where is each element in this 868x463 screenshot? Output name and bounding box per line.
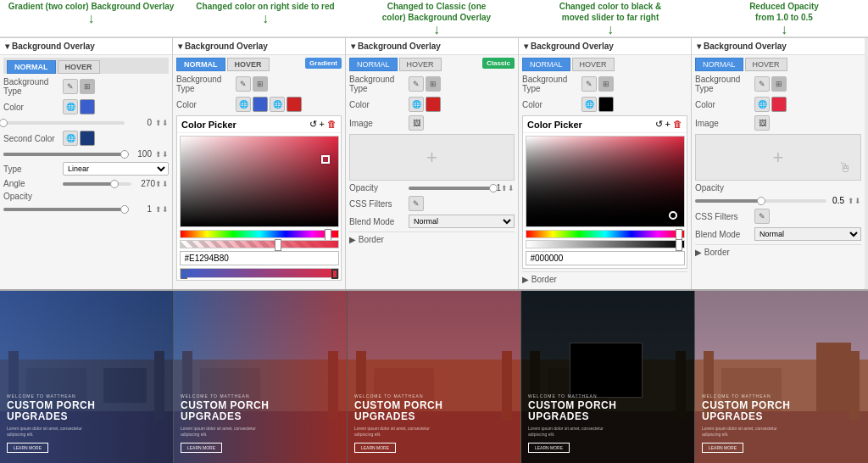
tab-hover-5[interactable]: HOVER <box>745 58 787 71</box>
image-icon-5[interactable]: 🖼 <box>754 115 770 131</box>
cp-actions-2: ↺ + 🗑 <box>309 119 337 130</box>
panel-3-content: NORMAL HOVER Classic Background Type ✎ ⊞… <box>346 55 518 249</box>
alpha-bar-4[interactable] <box>526 240 685 248</box>
tab-normal-4[interactable]: NORMAL <box>522 58 570 71</box>
bg-type-icon-2[interactable]: ⊞ <box>80 79 95 94</box>
tab-normal-1[interactable]: NORMAL <box>7 60 56 74</box>
opacity-track-1[interactable] <box>3 208 125 211</box>
color-globe-2b[interactable]: 🌐 <box>270 97 285 112</box>
border-section-3[interactable]: ▶ Border <box>349 232 515 247</box>
cta-btn-5[interactable]: LEARN MORE <box>702 443 743 453</box>
image-placeholder-3[interactable]: + <box>349 134 515 181</box>
cp-refresh-4[interactable]: ↺ <box>655 119 663 130</box>
collapse-icon-2[interactable]: ▾ <box>178 42 182 51</box>
body-4: Lorem ipsum dolor sit amet, consectetur … <box>528 426 604 438</box>
location-track-1[interactable] <box>3 121 125 125</box>
cp-delete-4[interactable]: 🗑 <box>673 119 682 130</box>
opacity-row-5: Opacity <box>695 183 861 192</box>
color-globe-1[interactable]: 🌐 <box>63 99 78 114</box>
bg-pen-5[interactable]: ✎ <box>754 76 770 92</box>
hue-bar-2[interactable] <box>180 230 339 238</box>
second-color-swatch-1[interactable] <box>80 131 95 146</box>
color-picker-title-4: Color Picker <box>527 120 582 130</box>
main-container: Gradient (two color) Background Overlay … <box>0 0 868 463</box>
second-color-row-1: Second Color 🌐 <box>3 131 169 146</box>
bg-type-row-1: Background Type ✎ ⊞ <box>3 77 169 96</box>
bg-type-pen-2[interactable]: ✎ <box>236 76 251 92</box>
tab-normal-5[interactable]: NORMAL <box>695 58 743 71</box>
opacity-slider-1: 1 ⬆⬇ <box>3 204 169 214</box>
angle-value-1: 270 <box>131 179 155 188</box>
css-filters-icon-5[interactable]: ✎ <box>754 209 770 224</box>
bg-type-icon-1[interactable]: ✎ <box>63 79 78 94</box>
tab-normal-3[interactable]: NORMAL <box>349 58 398 71</box>
tab-hover-4[interactable]: HOVER <box>572 58 615 71</box>
panel-2-header: ▾ Background Overlay <box>173 38 345 55</box>
cta-btn-3[interactable]: LEARN MORE <box>354 443 396 453</box>
bg-type-label-4: Background Type <box>522 75 581 93</box>
gradient-canvas-4[interactable] <box>526 136 685 227</box>
color-globe-5[interactable]: 🌐 <box>754 97 770 112</box>
color-controls-5: 🌐 <box>754 97 861 112</box>
color-globe-4[interactable]: 🌐 <box>581 97 597 112</box>
alpha-bar-2[interactable] <box>180 240 339 248</box>
panels-row: ▾ Background Overlay NORMAL HOVER Backgr… <box>0 37 868 291</box>
blend-mode-select-3[interactable]: Normal <box>409 215 515 228</box>
color-swatch-4[interactable] <box>598 97 614 112</box>
color-swatch-3[interactable] <box>426 97 441 112</box>
color-label-2: Color <box>176 100 236 109</box>
color-row-5: Color 🌐 <box>695 97 861 112</box>
hue-bar-4[interactable] <box>526 230 685 238</box>
second-color-globe-1[interactable]: 🌐 <box>63 131 78 146</box>
cta-btn-1[interactable]: LEARN MORE <box>7 443 48 453</box>
blend-mode-select-5[interactable]: Normal <box>754 227 861 241</box>
opacity-label-3: Opacity <box>349 183 409 192</box>
type-select-1[interactable]: Linear <box>63 162 169 176</box>
color-globe-2[interactable]: 🌐 <box>236 97 251 112</box>
collapse-icon-5[interactable]: ▾ <box>697 42 701 51</box>
bg-pen-3[interactable]: ✎ <box>409 76 424 92</box>
bg-grid-5[interactable]: ⊞ <box>771 76 787 92</box>
tab-hover-3[interactable]: HOVER <box>399 58 442 71</box>
black-square-4 <box>570 343 643 398</box>
hex-input-4[interactable] <box>526 251 685 265</box>
color-globe-3[interactable]: 🌐 <box>409 97 424 112</box>
bg-type-label-5: Background Type <box>695 75 754 93</box>
location-slider-1: 0 ⬆⬇ <box>3 118 169 127</box>
image-placeholder-5[interactable]: + 🖱 <box>695 134 861 181</box>
screenshot-5-content: WELCOME TO MATTHEAN CUSTOM PORCHUPGRADES… <box>702 393 790 453</box>
collapse-icon-4[interactable]: ▾ <box>524 42 528 51</box>
color-swatch-5[interactable] <box>771 97 787 112</box>
annotation-5: Reduced Opacityfrom 1.0 to 0.5 ↓ <box>704 1 865 36</box>
cp-refresh-2[interactable]: ↺ <box>309 119 317 130</box>
color-swatch-2a[interactable] <box>253 97 268 112</box>
cp-add-2[interactable]: + <box>320 119 325 130</box>
cp-delete-2[interactable]: 🗑 <box>327 119 337 130</box>
location2-track-1[interactable] <box>3 153 125 156</box>
collapse-icon-3[interactable]: ▾ <box>351 42 355 51</box>
collapse-icon-1[interactable]: ▾ <box>5 42 9 51</box>
border-section-4[interactable]: ▶ Border <box>522 271 687 287</box>
bg-grid-4[interactable]: ⊞ <box>598 76 614 92</box>
image-icon-3[interactable]: 🖼 <box>409 115 424 131</box>
bg-grid-3[interactable]: ⊞ <box>426 76 441 92</box>
main-title-5: CUSTOM PORCHUPGRADES <box>702 400 790 422</box>
hex-input-2[interactable] <box>180 251 339 265</box>
panel-1-header: ▾ Background Overlay <box>0 38 172 55</box>
cta-btn-2[interactable]: LEARN MORE <box>181 443 222 453</box>
panel-4-title: Background Overlay <box>531 42 614 51</box>
tab-normal-2[interactable]: NORMAL <box>176 58 225 71</box>
color-swatch-1[interactable] <box>80 99 95 114</box>
panel-2: ▾ Background Overlay NORMAL HOVER Gradie… <box>173 38 346 289</box>
color-swatch-2b[interactable] <box>287 97 302 112</box>
cta-btn-4[interactable]: LEARN MORE <box>528 443 570 453</box>
border-section-5[interactable]: ▶ Border <box>695 244 861 259</box>
gradient-canvas-2[interactable] <box>180 136 339 227</box>
tab-hover-2[interactable]: HOVER <box>227 58 270 71</box>
css-filters-icon-3[interactable]: ✎ <box>409 196 424 211</box>
bg-type-grid-2[interactable]: ⊞ <box>253 76 268 92</box>
css-filters-label-3: CSS Filters <box>349 199 409 209</box>
bg-pen-4[interactable]: ✎ <box>581 76 597 92</box>
tab-hover-1[interactable]: HOVER <box>58 60 100 74</box>
cp-add-4[interactable]: + <box>665 119 670 130</box>
